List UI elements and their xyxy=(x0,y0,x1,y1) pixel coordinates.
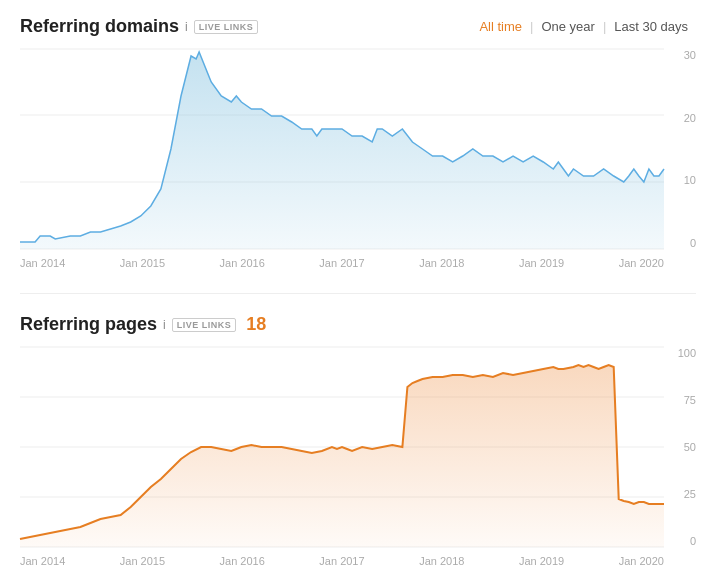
px-label-2016: Jan 2016 xyxy=(220,555,265,567)
y-label-100: 100 xyxy=(678,347,696,359)
y-label-20: 20 xyxy=(684,112,696,124)
y-axis-pages: 100 75 50 25 0 xyxy=(668,347,696,547)
x-label-2014: Jan 2014 xyxy=(20,257,65,269)
pages-count-badge: 18 xyxy=(246,314,266,335)
domains-chart-inner xyxy=(20,49,664,249)
y-label-0: 0 xyxy=(690,237,696,249)
pages-chart-svg xyxy=(20,347,664,547)
referring-domains-chart-area: 30 20 10 0 xyxy=(20,49,696,269)
live-links-badge: LIVE LINKS xyxy=(194,20,259,34)
svg-marker-4 xyxy=(20,52,664,249)
referring-pages-section: Referring pages i LIVE LINKS 18 100 75 5… xyxy=(20,314,696,567)
pages-chart-inner xyxy=(20,347,664,547)
px-label-2017: Jan 2017 xyxy=(319,555,364,567)
y-label-30: 30 xyxy=(684,49,696,61)
y-label-p0: 0 xyxy=(690,535,696,547)
x-axis-pages: Jan 2014 Jan 2015 Jan 2016 Jan 2017 Jan … xyxy=(20,555,664,567)
x-label-2015: Jan 2015 xyxy=(120,257,165,269)
x-axis-domains: Jan 2014 Jan 2015 Jan 2016 Jan 2017 Jan … xyxy=(20,257,664,269)
time-filters: All time | One year | Last 30 days xyxy=(471,19,696,34)
px-label-2019: Jan 2019 xyxy=(519,555,564,567)
px-label-2018: Jan 2018 xyxy=(419,555,464,567)
referring-pages-header: Referring pages i LIVE LINKS 18 xyxy=(20,314,696,335)
domains-chart-svg xyxy=(20,49,664,249)
referring-pages-title: Referring pages xyxy=(20,314,157,335)
y-label-25: 25 xyxy=(684,488,696,500)
last-30-days-filter[interactable]: Last 30 days xyxy=(606,19,696,34)
px-label-2014: Jan 2014 xyxy=(20,555,65,567)
x-label-2017: Jan 2017 xyxy=(319,257,364,269)
y-label-10: 10 xyxy=(684,174,696,186)
x-label-2016: Jan 2016 xyxy=(220,257,265,269)
all-time-filter[interactable]: All time xyxy=(471,19,530,34)
pages-info-icon[interactable]: i xyxy=(163,318,166,332)
y-label-50: 50 xyxy=(684,441,696,453)
pages-title-group: Referring pages i LIVE LINKS 18 xyxy=(20,314,266,335)
y-axis-domains: 30 20 10 0 xyxy=(668,49,696,249)
px-label-2020: Jan 2020 xyxy=(619,555,664,567)
svg-marker-10 xyxy=(20,365,664,547)
x-label-2020: Jan 2020 xyxy=(619,257,664,269)
referring-domains-header: Referring domains i LIVE LINKS All time … xyxy=(20,16,696,37)
y-label-75: 75 xyxy=(684,394,696,406)
title-group: Referring domains i LIVE LINKS xyxy=(20,16,258,37)
x-label-2019: Jan 2019 xyxy=(519,257,564,269)
px-label-2015: Jan 2015 xyxy=(120,555,165,567)
pages-live-links-badge: LIVE LINKS xyxy=(172,318,237,332)
one-year-filter[interactable]: One year xyxy=(533,19,602,34)
main-container: Referring domains i LIVE LINKS All time … xyxy=(0,0,716,573)
referring-domains-title: Referring domains xyxy=(20,16,179,37)
info-icon[interactable]: i xyxy=(185,20,188,34)
referring-pages-chart-area: 100 75 50 25 0 xyxy=(20,347,696,567)
section-divider xyxy=(20,293,696,294)
x-label-2018: Jan 2018 xyxy=(419,257,464,269)
referring-domains-section: Referring domains i LIVE LINKS All time … xyxy=(20,16,696,269)
